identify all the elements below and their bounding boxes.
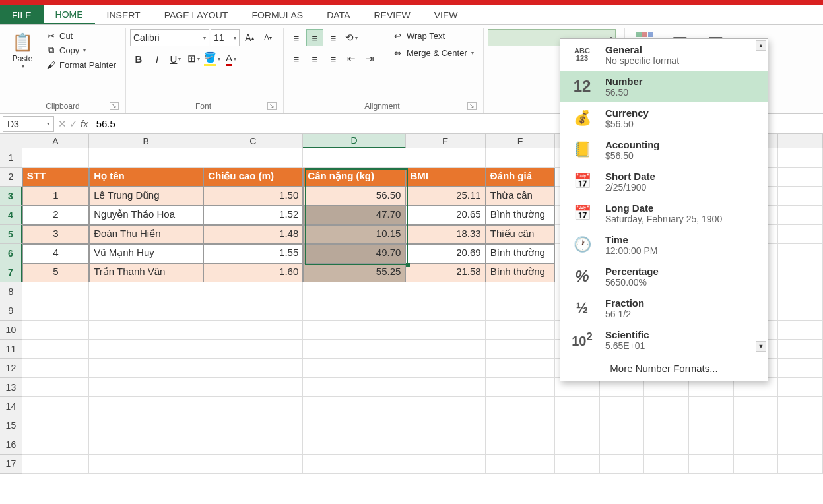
row-header[interactable]: 12 xyxy=(0,359,22,378)
cell[interactable] xyxy=(303,378,405,397)
cell[interactable] xyxy=(644,435,689,455)
cell[interactable] xyxy=(486,148,555,168)
cell[interactable]: 21.58 xyxy=(405,263,485,282)
cell[interactable]: STT xyxy=(22,168,89,187)
font-size-select[interactable]: 11▾ xyxy=(211,29,240,46)
cell[interactable]: 2 xyxy=(22,206,89,225)
cell[interactable] xyxy=(486,378,555,397)
decrease-font-button[interactable]: A▾ xyxy=(259,29,277,46)
cell[interactable] xyxy=(600,397,645,416)
cell[interactable] xyxy=(22,359,89,378)
cell[interactable] xyxy=(89,397,203,416)
align-top-button[interactable]: ≡ xyxy=(288,29,305,46)
cell[interactable] xyxy=(203,301,303,321)
col-header-a[interactable]: A xyxy=(22,134,89,148)
cell[interactable] xyxy=(405,301,485,321)
cell[interactable] xyxy=(303,397,405,416)
scroll-down-button[interactable]: ▼ xyxy=(756,341,766,352)
cell[interactable] xyxy=(203,435,303,455)
cell[interactable] xyxy=(778,225,823,244)
cell[interactable] xyxy=(203,282,303,301)
number-format-general[interactable]: ABC123GeneralNo specific format xyxy=(560,39,768,71)
cancel-formula-icon[interactable]: ✕ xyxy=(58,118,67,130)
increase-font-button[interactable]: A▴ xyxy=(241,29,258,46)
cell[interactable] xyxy=(486,359,555,378)
number-format-currency[interactable]: 💰Currency$56.50 xyxy=(560,102,768,134)
chevron-down-icon[interactable]: ▾ xyxy=(203,35,206,41)
fx-icon[interactable]: fx xyxy=(81,118,88,129)
cell[interactable] xyxy=(89,340,203,359)
cell[interactable] xyxy=(778,340,823,359)
cell[interactable] xyxy=(89,455,203,474)
cell[interactable] xyxy=(89,378,203,397)
fill-color-button[interactable]: 🪣▾ xyxy=(204,50,221,67)
cell[interactable] xyxy=(89,359,203,378)
cell[interactable] xyxy=(89,148,203,168)
cell[interactable] xyxy=(486,435,555,455)
cell[interactable] xyxy=(405,282,485,301)
number-format-fraction[interactable]: ½Fraction56 1/2 xyxy=(560,292,768,324)
cell[interactable] xyxy=(89,435,203,455)
cell[interactable] xyxy=(22,397,89,416)
cell[interactable] xyxy=(778,455,823,474)
cell[interactable] xyxy=(303,321,405,340)
cell[interactable] xyxy=(486,416,555,435)
cell[interactable] xyxy=(778,359,823,378)
row-header[interactable]: 17 xyxy=(0,455,22,474)
cell[interactable]: Trần Thanh Vân xyxy=(89,263,203,282)
cut-button[interactable]: ✂Cut xyxy=(42,29,119,42)
select-all-corner[interactable] xyxy=(0,134,22,148)
increase-indent-button[interactable]: ⇥ xyxy=(362,50,379,67)
cell[interactable] xyxy=(486,340,555,359)
cell[interactable] xyxy=(486,282,555,301)
tab-file[interactable]: FILE xyxy=(0,5,44,24)
dialog-launcher-font[interactable]: ↘ xyxy=(267,102,277,110)
cell[interactable] xyxy=(555,416,600,435)
col-header-b[interactable]: B xyxy=(89,134,203,148)
cell[interactable] xyxy=(486,455,555,474)
chevron-down-icon[interactable]: ▾ xyxy=(471,50,474,56)
cell[interactable] xyxy=(303,359,405,378)
cell[interactable]: Bình thường xyxy=(486,206,555,225)
dialog-launcher-clipboard[interactable]: ↘ xyxy=(110,102,119,110)
cell[interactable] xyxy=(778,148,823,168)
cell[interactable] xyxy=(555,455,600,474)
align-center-button[interactable]: ≡ xyxy=(306,50,323,67)
fill-handle[interactable] xyxy=(406,263,410,267)
cell[interactable] xyxy=(644,455,689,474)
cell[interactable] xyxy=(778,397,823,416)
borders-button[interactable]: ⊞▾ xyxy=(185,50,203,67)
cell[interactable] xyxy=(405,435,485,455)
cell[interactable] xyxy=(600,455,645,474)
row-header[interactable]: 11 xyxy=(0,340,22,359)
cell[interactable]: 1.50 xyxy=(203,187,303,206)
cell[interactable] xyxy=(644,416,689,435)
cell[interactable] xyxy=(22,435,89,455)
cell[interactable] xyxy=(555,435,600,455)
cell[interactable] xyxy=(734,397,779,416)
cell[interactable]: 47.70 xyxy=(303,206,405,225)
cell[interactable] xyxy=(405,148,485,168)
align-left-button[interactable]: ≡ xyxy=(288,50,305,67)
cell[interactable] xyxy=(203,378,303,397)
number-format-long_date[interactable]: 📅Long DateSaturday, February 25, 1900 xyxy=(560,197,768,229)
cell[interactable]: 1 xyxy=(22,187,89,206)
cell[interactable] xyxy=(303,148,405,168)
chevron-down-icon[interactable]: ▼ xyxy=(20,63,26,69)
row-header[interactable]: 9 xyxy=(0,301,22,321)
col-header-e[interactable]: E xyxy=(406,134,486,148)
cell[interactable] xyxy=(303,416,405,435)
cell[interactable]: Họ tên xyxy=(89,168,203,187)
cell[interactable] xyxy=(689,455,734,474)
cell[interactable]: Cân nặng (kg) xyxy=(303,168,405,187)
cell[interactable] xyxy=(734,416,779,435)
cell[interactable] xyxy=(203,359,303,378)
cell[interactable]: 25.11 xyxy=(405,187,485,206)
cell[interactable] xyxy=(778,321,823,340)
cell[interactable] xyxy=(405,397,485,416)
cell[interactable] xyxy=(203,148,303,168)
number-format-time[interactable]: 🕐Time12:00:00 PM xyxy=(560,229,768,261)
align-middle-button[interactable]: ≡ xyxy=(306,29,323,46)
cell[interactable]: Chiều cao (m) xyxy=(203,168,303,187)
cell[interactable]: 1.52 xyxy=(203,206,303,225)
